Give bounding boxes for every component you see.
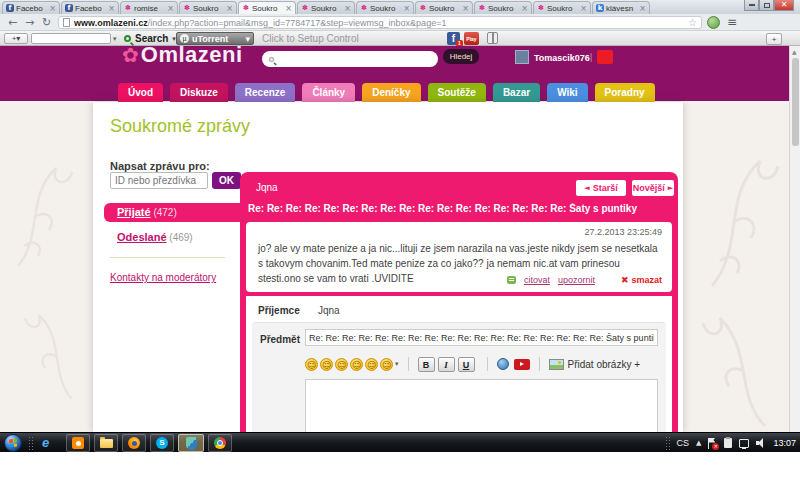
browser-tab[interactable]: ✽ Soukro ×	[297, 1, 355, 14]
setup-control-label[interactable]: Click to Setup Control	[262, 33, 359, 44]
browser-tab[interactable]: f Facebo ×	[61, 1, 119, 14]
report-link[interactable]: upozornit	[558, 275, 595, 285]
site-search-input[interactable]	[262, 51, 438, 67]
minimize-button[interactable]	[744, 0, 759, 11]
emoticon-button[interactable]: ☺	[335, 358, 348, 371]
insert-link-icon[interactable]	[497, 358, 509, 370]
emoticon-more-icon[interactable]: ▾	[395, 360, 399, 368]
subject-input[interactable]	[305, 329, 658, 346]
recipient-id-input[interactable]	[110, 172, 208, 189]
browser-tab[interactable]: ✽ Soukro ×	[238, 1, 296, 14]
browser-tab[interactable]: ✽ Soukro ×	[474, 1, 532, 14]
older-message-button[interactable]: ◄ Starší	[576, 180, 626, 196]
toolbar-plus-button[interactable]: +▾	[4, 33, 28, 44]
taskbar-explorer[interactable]	[94, 434, 118, 452]
nav-tab[interactable]: Poradny	[595, 83, 655, 102]
tab-close-icon[interactable]: ×	[344, 4, 351, 13]
browser-tab[interactable]: ✽ Soukro ×	[533, 1, 591, 14]
toolbar-search-button[interactable]: Search ▾	[124, 33, 176, 44]
scrollbar[interactable]: ▲	[789, 46, 800, 432]
tab-close-icon[interactable]: ×	[580, 4, 587, 13]
tab-close-icon[interactable]: ×	[285, 4, 292, 13]
nav-tab[interactable]: Úvod	[118, 83, 163, 102]
format-button[interactable]: U	[458, 357, 475, 372]
emoticon-button[interactable]: ☺	[305, 358, 318, 371]
sender-name[interactable]: Jqna	[256, 182, 278, 193]
internet-explorer-icon[interactable]: e	[42, 435, 49, 450]
play-toolbar-icon[interactable]: Play	[464, 32, 479, 45]
sidebar-item-inbox[interactable]: Přijaté (472)	[104, 203, 248, 222]
clipboard-tray-icon[interactable]	[724, 438, 732, 448]
youtube-icon[interactable]	[514, 359, 530, 370]
tab-close-icon[interactable]: ×	[462, 4, 469, 13]
browser-tab[interactable]: ✽ Soukro ×	[356, 1, 414, 14]
header-notification-button[interactable]	[597, 50, 613, 64]
site-search-button[interactable]: Hledej	[443, 49, 479, 64]
sidebar-item-sent[interactable]: Odeslané (469)	[117, 231, 193, 243]
tab-close-icon[interactable]: ×	[108, 4, 115, 13]
browser-tab[interactable]: ✽ Soukro ×	[415, 1, 473, 14]
utorrent-dropdown[interactable]: µ uTorrent ▾	[176, 32, 254, 45]
browser-menu-icon[interactable]: ≡	[727, 15, 737, 29]
extension-icon[interactable]	[707, 16, 720, 29]
url-field[interactable]: www.omlazeni.cz /index.php?action=pmail&…	[58, 16, 702, 29]
username-label[interactable]: Tomascik076	[534, 53, 590, 63]
image-icon[interactable]	[549, 359, 564, 370]
bookmark-star-icon[interactable]: ☆	[688, 17, 697, 28]
ok-button[interactable]: OK	[212, 172, 241, 189]
language-indicator[interactable]: CS	[677, 438, 690, 448]
tab-close-icon[interactable]: ×	[403, 4, 410, 13]
action-center-icon[interactable]: ✕	[708, 438, 717, 449]
emoticon-button[interactable]: ☺	[365, 358, 378, 371]
reload-button[interactable]: ↻	[42, 14, 51, 31]
tab-close-icon[interactable]: ×	[49, 4, 56, 13]
nav-tab[interactable]: Bazar	[493, 83, 540, 102]
browser-tab[interactable]: f Facebo ×	[2, 1, 60, 14]
emoticon-button[interactable]: ☺	[380, 358, 393, 371]
facebook-toolbar-icon[interactable]: f1	[447, 32, 460, 45]
tab-close-icon[interactable]: ×	[521, 4, 528, 13]
taskbar-media-player[interactable]	[66, 434, 90, 452]
scrollbar-thumb[interactable]	[792, 58, 799, 146]
taskbar-clock[interactable]: 13:07	[773, 438, 796, 448]
nav-tab[interactable]: Články	[302, 83, 355, 102]
moderator-contacts-link[interactable]: Kontakty na moderátory	[110, 272, 216, 283]
nav-tab[interactable]: Soutěže	[428, 83, 486, 102]
browser-tab[interactable]: ✽ Soukro ×	[179, 1, 237, 14]
site-logo[interactable]: ✿ Omlazeni	[122, 46, 243, 68]
forward-button[interactable]: →	[25, 14, 34, 31]
taskbar-firefox[interactable]	[122, 434, 146, 452]
nav-tab[interactable]: Recenze	[235, 83, 296, 102]
nav-tab[interactable]: Deníčky	[362, 83, 420, 102]
tray-expand-icon[interactable]: ▲	[696, 439, 701, 447]
network-icon[interactable]	[739, 439, 749, 448]
browser-tab[interactable]: ✽ romise ×	[120, 1, 178, 14]
close-button[interactable]: ✕	[774, 0, 794, 11]
tab-close-icon[interactable]: ×	[639, 4, 646, 13]
caret-down-icon[interactable]: ▾	[113, 33, 117, 44]
nav-tab[interactable]: Diskuze	[170, 83, 228, 102]
format-button[interactable]: B	[418, 357, 435, 372]
start-button[interactable]	[4, 434, 22, 452]
add-images-button[interactable]: Přidat obrázky +	[568, 359, 641, 370]
tab-close-icon[interactable]: ×	[167, 4, 174, 13]
volume-icon[interactable]	[756, 438, 766, 448]
delete-link[interactable]: ✖smazat	[621, 275, 662, 285]
newer-message-button[interactable]: Novější ►	[632, 180, 674, 196]
toolbar-add-button[interactable]: +	[766, 33, 782, 45]
scrollbar-up-icon[interactable]: ▲	[792, 48, 797, 55]
taskbar-skype[interactable]: S	[150, 434, 174, 452]
emoticon-button[interactable]: ☺	[350, 358, 363, 371]
quote-link[interactable]: citovat	[524, 275, 550, 285]
back-button[interactable]: ←	[8, 14, 17, 31]
tab-close-icon[interactable]: ×	[226, 4, 233, 13]
maximize-button[interactable]	[759, 0, 774, 11]
user-avatar[interactable]	[515, 50, 529, 64]
emoticon-button[interactable]: ☺	[320, 358, 333, 371]
nav-tab[interactable]: Wiki	[547, 83, 587, 102]
format-button[interactable]: I	[438, 357, 455, 372]
gift-icon[interactable]	[487, 32, 498, 44]
taskbar-chrome[interactable]	[208, 434, 232, 452]
taskbar-active-app[interactable]	[178, 434, 204, 452]
toolbar-search-input[interactable]	[31, 33, 111, 44]
